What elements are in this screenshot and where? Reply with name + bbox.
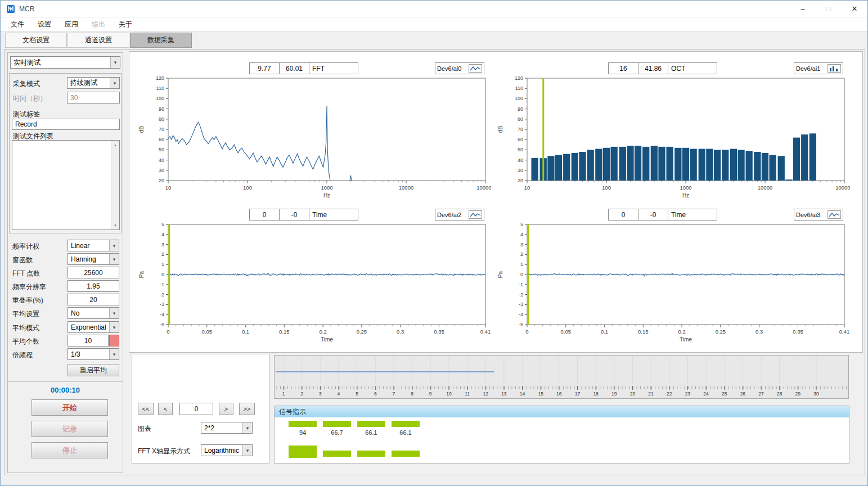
- nav-prev-button[interactable]: <: [158, 403, 173, 415]
- svg-text:120: 120: [156, 75, 164, 81]
- stop-button: 停止: [32, 442, 108, 458]
- tab-document-settings[interactable]: 文档设置: [5, 33, 67, 48]
- chevron-down-icon[interactable]: [110, 57, 120, 68]
- chevron-down-icon[interactable]: [109, 308, 119, 318]
- svg-text:90: 90: [159, 106, 164, 112]
- svg-text:3: 3: [319, 391, 322, 397]
- svg-text:9: 9: [429, 391, 432, 397]
- svg-text:0.15: 0.15: [638, 328, 649, 335]
- svg-text:-1: -1: [160, 282, 164, 287]
- line-chart-icon: [469, 64, 482, 73]
- channel-selector[interactable]: Dev6/ai0: [435, 62, 484, 74]
- chevron-down-icon[interactable]: [242, 445, 252, 456]
- timeline-strip[interactable]: 1234567891011121314151617181920212223242…: [274, 355, 849, 399]
- freq-weighting-label: 频率计权: [12, 242, 39, 251]
- svg-text:17: 17: [575, 391, 581, 397]
- fft-xaxis-mode-label: FFT X轴显示方式: [138, 447, 190, 456]
- svg-text:dB: dB: [138, 126, 145, 133]
- channel-selector[interactable]: Dev6/ai1: [794, 62, 843, 74]
- svg-text:110: 110: [156, 86, 164, 91]
- minimize-button[interactable]: –: [790, 1, 816, 17]
- listbox-scrollbar[interactable]: [111, 141, 119, 230]
- average-count-input[interactable]: 10: [68, 335, 109, 346]
- menu-file[interactable]: 文件: [4, 20, 31, 29]
- svg-text:30: 30: [518, 168, 523, 173]
- svg-text:-5: -5: [519, 322, 523, 327]
- maximize-button[interactable]: □: [816, 1, 842, 17]
- chevron-down-icon[interactable]: [109, 322, 119, 332]
- close-button[interactable]: ✕: [842, 1, 867, 17]
- nav-first-button[interactable]: <<: [138, 403, 154, 415]
- start-button[interactable]: 开始: [32, 399, 108, 416]
- cursor-x-readout: 16: [608, 62, 638, 74]
- chart-type-label: Time: [668, 209, 717, 220]
- test-file-listbox[interactable]: [12, 140, 120, 230]
- average-count-status-marker: [109, 335, 119, 346]
- time-plot-ai3[interactable]: -5-4-3-2-1012345Pa00.050.10.150.20.250.3…: [494, 221, 850, 353]
- octave-select[interactable]: 1/3: [68, 348, 119, 360]
- restart-average-button[interactable]: 重启平均: [68, 364, 119, 376]
- cursor-x-readout: 0: [608, 209, 638, 220]
- freq-resolution-input[interactable]: 1.95: [68, 280, 119, 292]
- svg-text:100: 100: [243, 184, 252, 191]
- average-mode-select[interactable]: Exponential: [68, 321, 119, 333]
- window-function-select[interactable]: Hanning: [68, 253, 119, 265]
- level-value-ch2: 66.1: [357, 429, 385, 436]
- svg-text:0.1: 0.1: [601, 328, 608, 335]
- test-label-input[interactable]: Record: [12, 119, 120, 130]
- acq-mode-select[interactable]: 持续测试: [67, 77, 120, 89]
- time-plot-ai2[interactable]: -5-4-3-2-1012345Pa00.050.10.150.20.250.3…: [136, 221, 491, 353]
- svg-text:-4: -4: [519, 312, 523, 317]
- signal-indicator-header: 信号指示: [275, 406, 849, 417]
- svg-text:-5: -5: [160, 322, 164, 327]
- svg-text:0.41: 0.41: [839, 328, 850, 335]
- cursor-y-readout: 41.86: [638, 62, 668, 74]
- chevron-down-icon[interactable]: [109, 240, 119, 251]
- svg-text:2: 2: [300, 391, 303, 397]
- chevron-down-icon[interactable]: [109, 349, 119, 359]
- tab-channel-settings[interactable]: 通道设置: [68, 33, 129, 48]
- freq-weighting-select[interactable]: Linear: [68, 240, 119, 251]
- fft-plot[interactable]: 2030405060708090100110120dB1010010001000…: [136, 75, 491, 209]
- nav-next-button[interactable]: >: [219, 403, 233, 415]
- svg-text:4: 4: [338, 391, 340, 397]
- svg-text:24: 24: [703, 391, 709, 397]
- channel-selector[interactable]: Dev6/ai2: [435, 209, 484, 220]
- octave-plot[interactable]: 2030405060708090100110120dB1010010001000…: [494, 75, 850, 209]
- svg-text:100: 100: [602, 184, 611, 191]
- svg-text:110: 110: [515, 86, 523, 91]
- overlap-label: 重叠率(%): [12, 296, 43, 305]
- fft-chart: 9.77 60.01 FFT Dev6/ai0 2030405060708090…: [136, 62, 491, 211]
- svg-text:4: 4: [161, 232, 164, 237]
- test-mode-select[interactable]: 实时测试: [10, 56, 120, 69]
- time-seconds-input[interactable]: 30: [67, 92, 120, 104]
- menu-about[interactable]: 关于: [112, 20, 139, 29]
- level-meter-ch1: [323, 421, 351, 427]
- scroll-down-icon[interactable]: [111, 221, 119, 230]
- svg-text:20: 20: [159, 178, 164, 183]
- menu-apply[interactable]: 应用: [58, 20, 85, 29]
- chevron-down-icon[interactable]: [242, 422, 252, 433]
- fft-xaxis-mode-select[interactable]: Logarithmic: [201, 444, 253, 456]
- svg-text:0.35: 0.35: [793, 328, 803, 335]
- cursor-y-readout: -0: [279, 209, 309, 220]
- svg-text:Pa: Pa: [497, 271, 503, 278]
- app-window: MCR – □ ✕ 文件 设置 应用 输出 关于 文档设置 通道设置 数据采集 …: [0, 0, 868, 486]
- channel-selector[interactable]: Dev6/ai3: [794, 209, 843, 220]
- nav-last-button[interactable]: >>: [239, 403, 255, 415]
- scroll-up-icon[interactable]: [111, 141, 119, 149]
- average-setting-select[interactable]: No: [68, 307, 119, 319]
- menu-settings[interactable]: 设置: [31, 20, 58, 29]
- overlap-input[interactable]: 20: [68, 294, 119, 305]
- chart-layout-select[interactable]: 2*2: [201, 422, 253, 434]
- acq-mode-label: 采集模式: [13, 79, 40, 89]
- chevron-down-icon[interactable]: [109, 254, 119, 264]
- average-mode-label: 平均模式: [12, 323, 39, 333]
- page-index-input[interactable]: 0: [179, 403, 213, 415]
- app-logo-icon: [6, 4, 15, 14]
- tab-data-acquisition[interactable]: 数据采集: [130, 33, 192, 48]
- freq-resolution-label: 频率分辨率: [12, 282, 46, 292]
- fft-points-input[interactable]: 25600: [68, 267, 119, 278]
- svg-text:1: 1: [282, 391, 285, 397]
- chevron-down-icon[interactable]: [110, 78, 119, 88]
